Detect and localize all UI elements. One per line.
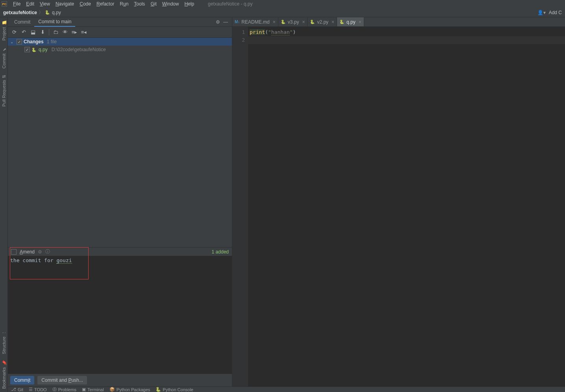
menu-git[interactable]: Git — [148, 0, 159, 7]
file-name: q.py — [39, 47, 48, 52]
group-by-button[interactable]: 🗀 — [52, 28, 59, 36]
commit-button[interactable]: Commit — [10, 376, 34, 385]
diff-button[interactable]: ⬓ — [29, 28, 37, 36]
commit-buttons-row: Commit Commit and Push... — [8, 374, 232, 386]
expand-button[interactable]: ≡◂ — [80, 28, 88, 36]
python-file-icon: 🐍 — [281, 20, 285, 24]
file-path: D:\02code\getxaufeNotice — [52, 47, 106, 52]
amend-bar: Amend ⚙ ⓘ 1 added — [8, 247, 232, 256]
gear-icon[interactable]: ⚙ — [216, 19, 220, 25]
menu-tools[interactable]: Tools — [131, 0, 148, 7]
menu-run[interactable]: Run — [117, 0, 131, 7]
menu-bar: PC File Edit View Navigate Code Refactor… — [0, 0, 565, 8]
editor-tab-q[interactable]: 🐍 q.py × — [337, 17, 364, 26]
changes-checkbox[interactable]: ✓ — [17, 39, 22, 44]
python-file-icon: 🐍 — [339, 20, 344, 24]
menu-code[interactable]: Code — [77, 0, 94, 7]
changed-file-row[interactable]: ✓ 🐍 q.py D:\02code\getxaufeNotice — [8, 46, 232, 54]
account-icon[interactable]: 👤▾ — [537, 10, 546, 15]
python-file-icon: 🐍 — [45, 10, 50, 15]
tab-commit-to-main[interactable]: Commit to main — [34, 17, 75, 27]
close-icon[interactable]: × — [273, 19, 276, 25]
amend-label: Amend — [20, 249, 35, 255]
commit-and-push-button[interactable]: Commit and Push... — [37, 376, 87, 385]
shelve-button[interactable]: ⬇ — [39, 28, 46, 36]
editor-panel: M↓ README.md × 🐍 v3.py × 🐍 v2.py × 🐍 q.p… — [232, 17, 565, 386]
commit-panel-tabs: Commit Commit to main ⚙ — — [8, 17, 232, 27]
markdown-file-icon: M↓ — [235, 20, 240, 24]
commit-panel: Commit Commit to main ⚙ — ⟳ ↶ ⬓ ⬇ 🗀 👁 ≡▸… — [8, 17, 232, 386]
breadcrumb-bar: getxaufeNotice 〉 🐍 q.py 👤▾ Add C — [0, 8, 565, 17]
commit-message-input[interactable]: the commit for gouzi — [8, 256, 232, 374]
changes-label: Changes — [24, 39, 44, 44]
changelist-button[interactable]: ≡▸ — [70, 28, 78, 36]
python-file-icon: 🐍 — [310, 20, 315, 24]
added-status: 1 added — [212, 249, 229, 255]
menu-navigate[interactable]: Navigate — [53, 0, 77, 7]
rail-project[interactable]: Project📁 — [0, 17, 7, 44]
window-title: getxaufeNotice - q.py — [208, 1, 252, 7]
rail-bookmarks[interactable]: Bookmarks🔖 — [0, 357, 7, 392]
status-python-packages[interactable]: 📦Python Packages — [109, 387, 150, 392]
amend-checkbox[interactable] — [11, 249, 17, 255]
refresh-button[interactable]: ⟳ — [10, 28, 18, 36]
menu-window[interactable]: Window — [159, 0, 182, 7]
rail-commit[interactable]: Commit✔ — [0, 44, 7, 72]
status-problems[interactable]: ⓪Problems — [52, 386, 76, 392]
status-terminal[interactable]: ▣Terminal — [82, 387, 104, 392]
gutter: 1 2 — [232, 27, 248, 386]
editor-tab-v3[interactable]: 🐍 v3.py × — [278, 17, 308, 26]
close-icon[interactable]: × — [359, 19, 361, 25]
changes-tree: ⌄ ✓ Changes 1 file ✓ 🐍 q.py D:\02code\ge… — [8, 38, 232, 54]
rail-structure[interactable]: Structure⋮ — [0, 327, 7, 357]
file-checkbox[interactable]: ✓ — [24, 47, 30, 52]
breadcrumb-project[interactable]: getxaufeNotice — [3, 10, 37, 15]
file-count: 1 file — [47, 39, 57, 44]
rollback-button[interactable]: ↶ — [20, 28, 28, 36]
add-config-button[interactable]: Add C — [549, 10, 562, 15]
left-tool-rail: Project📁 Commit✔ Pull Requests⇅ Structur… — [0, 17, 8, 392]
menu-view[interactable]: View — [37, 0, 53, 7]
minimize-icon[interactable]: — — [223, 19, 228, 25]
close-icon[interactable]: × — [332, 19, 334, 25]
tab-commit[interactable]: Commit — [10, 18, 34, 26]
changes-node[interactable]: ⌄ ✓ Changes 1 file — [8, 38, 232, 46]
editor-tab-readme[interactable]: M↓ README.md × — [232, 17, 278, 26]
commit-toolbar: ⟳ ↶ ⬓ ⬇ 🗀 👁 ≡▸ ≡◂ — [8, 27, 232, 38]
menu-refactor[interactable]: Refactor — [94, 0, 117, 7]
breadcrumb-file[interactable]: q.py — [52, 10, 61, 15]
status-git[interactable]: ⎇Git — [11, 387, 23, 392]
info-icon[interactable]: ⓘ — [45, 248, 50, 255]
rail-pull-requests[interactable]: Pull Requests⇅ — [0, 72, 7, 110]
status-python-console[interactable]: 🐍Python Console — [156, 387, 193, 392]
code-area[interactable]: print("hanhan") — [248, 27, 565, 386]
editor-body[interactable]: 1 2 print("hanhan") — [232, 27, 565, 386]
status-bar: ⎇Git ☰TODO ⓪Problems ▣Terminal 📦Python P… — [8, 386, 565, 392]
chevron-right-icon: 〉 — [39, 9, 43, 16]
code-line-1: print("hanhan") — [250, 28, 565, 36]
editor-tabs: M↓ README.md × 🐍 v3.py × 🐍 v2.py × 🐍 q.p… — [232, 17, 565, 27]
python-file-icon: 🐍 — [31, 48, 36, 52]
chevron-down-icon[interactable]: ⌄ — [10, 40, 15, 44]
menu-edit[interactable]: Edit — [23, 0, 37, 7]
menu-file[interactable]: File — [10, 0, 23, 7]
app-icon: PC — [2, 1, 7, 7]
status-todo[interactable]: ☰TODO — [29, 387, 47, 392]
gear-icon[interactable]: ⚙ — [38, 249, 42, 255]
view-options-button[interactable]: 👁 — [61, 28, 69, 36]
menu-help[interactable]: Help — [182, 0, 197, 7]
editor-tab-v2[interactable]: 🐍 v2.py × — [308, 17, 337, 26]
close-icon[interactable]: × — [302, 19, 305, 25]
commit-message-text: the commit for gouzi — [10, 257, 72, 264]
